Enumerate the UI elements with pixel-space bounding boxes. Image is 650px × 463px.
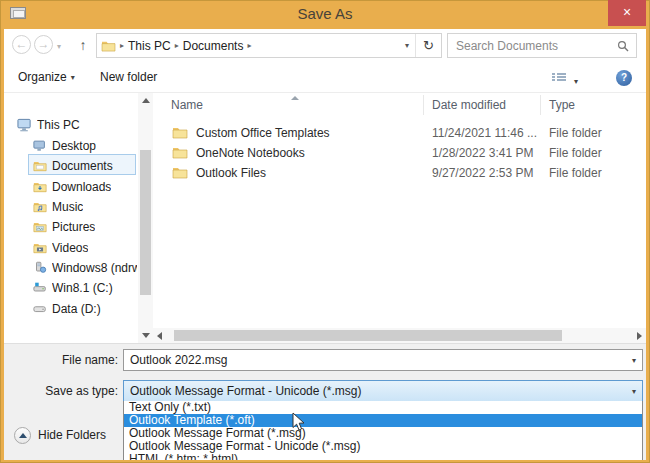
- sidebar-item-music[interactable]: Music: [33, 197, 83, 216]
- videos-folder-icon: [33, 241, 47, 254]
- scroll-up-arrow-icon[interactable]: [142, 98, 150, 103]
- column-divider[interactable]: [423, 95, 424, 115]
- file-name-value[interactable]: Outlook 2022.msg: [124, 353, 632, 367]
- main-area: This PC Desktop Documents Downloads Musi…: [4, 93, 646, 343]
- downloads-folder-icon: [33, 180, 47, 193]
- window-title: Save As: [0, 0, 650, 29]
- organize-dropdown-chevron-icon: ▾: [71, 73, 75, 82]
- back-button[interactable]: ←: [12, 35, 31, 54]
- music-folder-icon: [33, 200, 47, 213]
- breadcrumb-chevron-icon[interactable]: ▸: [171, 41, 183, 50]
- option-outlook-message-format-unicode[interactable]: Outlook Message Format - Unicode (*.msg): [124, 440, 642, 453]
- file-name-label: File name:: [4, 353, 118, 367]
- column-header-name[interactable]: Name: [171, 98, 203, 112]
- sidebar-item-win81-c-drive[interactable]: Win8.1 (C:): [33, 278, 113, 297]
- option-html[interactable]: HTML (*.htm; *.html): [124, 453, 642, 460]
- view-dropdown-chevron-icon[interactable]: ▾: [574, 77, 578, 86]
- save-as-dialog: Save As × ← → ▾ ↑ ▸ This PC ▸ Documents …: [0, 0, 650, 463]
- scroll-left-arrow-icon[interactable]: [157, 332, 162, 340]
- sidebar-item-desktop[interactable]: Desktop: [33, 136, 96, 155]
- documents-folder-icon: [33, 159, 47, 172]
- details-view-icon[interactable]: [552, 73, 566, 84]
- option-text-only[interactable]: Text Only (*.txt): [124, 401, 642, 414]
- sort-ascending-icon: [291, 96, 299, 100]
- column-header-date-modified[interactable]: Date modified: [432, 98, 506, 112]
- folder-icon: [172, 165, 188, 179]
- sidebar-item-videos[interactable]: Videos: [33, 238, 88, 257]
- option-outlook-template[interactable]: Outlook Template (*.oft): [124, 414, 642, 427]
- recent-locations-chevron-icon[interactable]: ▾: [57, 42, 61, 51]
- computer-icon: [17, 118, 32, 132]
- help-icon[interactable]: ?: [616, 70, 632, 86]
- file-name-input[interactable]: Outlook 2022.msg ▾: [123, 349, 643, 371]
- save-as-type-label: Save as type:: [4, 384, 118, 398]
- scroll-right-arrow-icon[interactable]: [637, 332, 642, 340]
- sidebar-item-downloads[interactable]: Downloads: [33, 177, 111, 196]
- column-divider[interactable]: [540, 95, 541, 115]
- sidebar-item-documents[interactable]: Documents: [33, 156, 113, 175]
- command-bar: Organize▾ New folder ▾ ?: [4, 63, 646, 93]
- mouse-cursor-icon: [292, 412, 306, 432]
- search-icon: [617, 40, 629, 52]
- title-bar: Save As ×: [0, 0, 650, 29]
- horizontal-scrollbar-thumb[interactable]: [174, 330, 562, 341]
- navigation-bar: ← → ▾ ↑ ▸ This PC ▸ Documents ▸ ▾ ↻ Sear…: [4, 29, 646, 63]
- file-list-horizontal-scrollbar[interactable]: [153, 328, 646, 343]
- column-header-type[interactable]: Type: [549, 98, 575, 112]
- option-outlook-message-format[interactable]: Outlook Message Format (*.msg): [124, 427, 642, 440]
- scroll-down-arrow-icon[interactable]: [142, 333, 150, 338]
- save-form-pane: File name: Outlook 2022.msg ▾ Save as ty…: [4, 343, 646, 460]
- breadcrumb-documents[interactable]: Documents: [183, 39, 244, 53]
- sidebar-item-this-pc[interactable]: This PC: [17, 115, 80, 134]
- organize-button[interactable]: Organize▾: [18, 70, 75, 84]
- forward-button[interactable]: →: [34, 35, 53, 54]
- file-row-outlook-files[interactable]: Outlook Files 9/27/2022 2:53 PM File fol…: [153, 163, 646, 183]
- hide-folders-chevron-up-icon: [14, 427, 31, 444]
- sidebar-item-data-d-drive[interactable]: Data (D:): [33, 299, 101, 318]
- save-as-type-value[interactable]: Outlook Message Format - Unicode (*.msg): [124, 384, 632, 398]
- sidebar-scrollbar-thumb[interactable]: [140, 150, 151, 295]
- sidebar-item-windows8-network-drive[interactable]: Windows8 (ndrw: [33, 258, 137, 277]
- save-as-type-dropdown: Text Only (*.txt) Outlook Template (*.of…: [123, 401, 643, 460]
- file-row-custom-office-templates[interactable]: Custom Office Templates 11/24/2021 11:46…: [153, 123, 646, 143]
- search-box[interactable]: Search Documents: [447, 33, 637, 58]
- combo-chevron-down-icon[interactable]: ▾: [632, 387, 642, 396]
- file-row-onenote-notebooks[interactable]: OneNote Notebooks 1/28/2022 3:41 PM File…: [153, 143, 646, 163]
- network-drive-icon: [33, 261, 47, 274]
- drive-icon: [33, 302, 47, 315]
- breadcrumb-chevron-icon[interactable]: ▸: [243, 41, 255, 50]
- new-folder-button[interactable]: New folder: [100, 70, 157, 84]
- save-as-type-select[interactable]: Outlook Message Format - Unicode (*.msg)…: [123, 380, 643, 402]
- combo-chevron-down-icon[interactable]: ▾: [632, 356, 642, 365]
- address-bar[interactable]: ▸ This PC ▸ Documents ▸ ▾ ↻: [96, 33, 442, 58]
- sidebar-item-pictures[interactable]: Pictures: [33, 217, 95, 236]
- up-button[interactable]: ↑: [74, 35, 92, 55]
- system-drive-icon: [33, 281, 47, 294]
- close-button[interactable]: ×: [608, 0, 646, 26]
- file-list: Name Date modified Type Custom Office Te…: [153, 93, 646, 343]
- address-dropdown-chevron-icon[interactable]: ▾: [399, 41, 415, 50]
- search-input[interactable]: Search Documents: [448, 39, 617, 53]
- hide-folders-button[interactable]: Hide Folders: [14, 424, 106, 446]
- refresh-button[interactable]: ↻: [415, 34, 441, 57]
- pictures-folder-icon: [33, 220, 47, 233]
- sidebar-vertical-scrollbar[interactable]: [138, 93, 153, 343]
- breadcrumb-this-pc[interactable]: This PC: [128, 39, 171, 53]
- breadcrumb-chevron-icon: ▸: [116, 41, 128, 50]
- dialog-body: ← → ▾ ↑ ▸ This PC ▸ Documents ▸ ▾ ↻ Sear…: [4, 29, 646, 460]
- address-folder-icon: [101, 39, 116, 52]
- folder-icon: [172, 125, 188, 139]
- desktop-icon: [33, 139, 47, 152]
- folder-icon: [172, 145, 188, 159]
